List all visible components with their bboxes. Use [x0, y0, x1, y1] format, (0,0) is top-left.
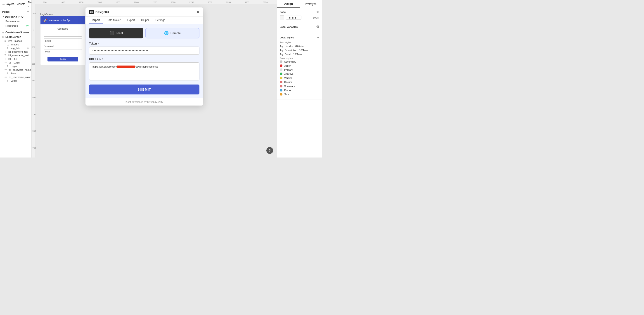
layer-createissue-label: CreateIssueScreen — [6, 31, 29, 34]
page-item-resources[interactable]: Resources </> — [0, 23, 32, 28]
text-styles-group: Text styles Ag Header · 28/Auto Ag Descr… — [280, 41, 319, 56]
local-source-button[interactable]: ⬛ Local — [89, 28, 143, 38]
remote-source-label: Remote — [170, 31, 181, 35]
page-visibility-button[interactable]: 👁 — [316, 10, 319, 13]
tab-design-label: Design — [284, 2, 293, 5]
summary-label: Summary — [284, 85, 295, 87]
pages-title: Pages — [2, 10, 10, 13]
page-color-swatch[interactable] — [280, 15, 284, 20]
layers-label: Layers — [6, 2, 14, 6]
page-item-presentation[interactable]: Presentation — [0, 19, 32, 23]
tab-helper-label: Helper — [141, 18, 149, 22]
layer-pass-label: Pass — [11, 72, 16, 75]
local-variables-settings-button[interactable]: ⚙ — [316, 25, 319, 29]
tab-import[interactable]: Import — [89, 17, 103, 24]
url-label: URL Link * — [89, 58, 200, 61]
layer-item-pass-text[interactable]: T Pass — [0, 72, 32, 75]
page-label-resources: Resources — [6, 24, 18, 27]
local-styles-section: Local styles + Text styles Ag Header · 2… — [277, 33, 322, 99]
top-toolbar: ☰ Layers Assets DesignKit ... ▾ — [0, 0, 32, 8]
ruler-left-1750: 1750 — [32, 147, 36, 149]
assets-tab[interactable]: Assets — [17, 2, 25, 6]
sick-label: Sick — [284, 93, 289, 96]
layer-lbl-password-label: lbl_password_text — [8, 50, 28, 53]
layer-list: ⊞ CreateIssueScreen ⊞ LoginScreen ≡ img_… — [0, 30, 32, 157]
check-icon: ✓ — [2, 15, 4, 18]
designkit-modal: DK DesignKit ✕ Import Data Maker Export … — [86, 7, 203, 105]
style-detail-label: Detail · 13/Auto — [285, 53, 302, 56]
layer-section-createissue[interactable]: ⊞ CreateIssueScreen — [0, 30, 32, 34]
primary-color-dot — [280, 68, 282, 71]
login-input[interactable] — [44, 32, 82, 37]
color-style-action: Action — [280, 64, 319, 67]
ruler-left-750: 750 — [32, 79, 35, 82]
tab-settings[interactable]: Settings — [153, 17, 168, 24]
local-styles-header: Local styles + — [280, 35, 319, 39]
modal-footer: 2024 developed by Mycondy, 2.0v — [86, 98, 203, 105]
tab-data-maker[interactable]: Data Maker — [104, 17, 123, 24]
color-style-secondary: Secondary — [280, 60, 319, 63]
text-icon-3: T — [4, 54, 7, 57]
tab-export[interactable]: Export — [124, 17, 138, 24]
page-section-title: Page — [280, 11, 286, 13]
layer-item-login-text[interactable]: T Login — [0, 64, 32, 68]
tab-design[interactable]: Design — [277, 0, 300, 8]
tab-data-maker-label: Data Maker — [106, 18, 120, 22]
help-button[interactable]: ? — [266, 147, 273, 154]
modal-body: ⬛ Local 🌐 Remote Token * URL Link * — [86, 24, 203, 98]
layer-item-lbl-username[interactable]: T lbl_username_text — [0, 53, 32, 57]
layer-section-loginscreen[interactable]: ⊞ LoginScreen — [0, 34, 32, 39]
layer-item-lbl-password[interactable]: T lbl_password_text — [0, 50, 32, 53]
page-label-presentation: Presentation — [6, 20, 20, 22]
doctor-color-dot — [280, 89, 282, 91]
token-field-group: Token * — [89, 42, 200, 55]
waiting-color-dot — [280, 77, 282, 79]
layer-lbl-username-label: lbl_username_text — [8, 54, 29, 57]
ruler-left-n250: -250 — [32, 12, 36, 15]
remote-source-button[interactable]: 🌐 Remote — [146, 28, 200, 38]
doctor-label: Doctor — [284, 89, 292, 91]
ruler-mark-1000: 1000 — [60, 1, 65, 3]
layers-tab[interactable]: ☰ Layers — [2, 2, 14, 6]
text-styles-title: Text styles — [280, 41, 319, 44]
canvas-content: LoginScreen 🚀 Welcome to the App UserNam… — [36, 4, 277, 157]
page-color-hex-input[interactable] — [286, 15, 302, 20]
layer-login-label: Login — [11, 65, 17, 67]
login-button[interactable]: Login — [48, 57, 78, 61]
right-sidebar: Design Prototype Page 👁 100% Local varia… — [277, 0, 322, 157]
pass-field-display: Pass — [44, 49, 82, 54]
add-style-button[interactable]: + — [317, 35, 319, 39]
page-item-designkit[interactable]: ✓ DesignKit PRO — [0, 14, 32, 19]
layer-item-img-link[interactable]: T img_link 👁 — [0, 46, 32, 50]
layer-item-lbl-title[interactable]: T lbl_Title — [0, 57, 32, 61]
layer-item-txt-password[interactable]: ≡≡ txt_password_name — [0, 68, 32, 72]
visibility-icon: 👁 — [27, 47, 29, 49]
color-style-summary: Summary — [280, 85, 319, 87]
tab-helper[interactable]: Helper — [138, 17, 152, 24]
login-frame-label: LoginScreen — [40, 13, 86, 15]
add-page-button[interactable]: + — [27, 10, 29, 13]
ruler-left-250: 250 — [32, 46, 35, 48]
layer-img-image1-label: img_Image1 — [8, 39, 22, 42]
tab-prototype[interactable]: Prototype — [300, 0, 322, 8]
submit-button[interactable]: SUBMIT — [89, 84, 200, 94]
ruler-mark-2750: 2750 — [189, 1, 194, 3]
color-style-sick: Sick — [280, 93, 319, 96]
layer-item-txt-username[interactable]: ≡≡ txt_username_value — [0, 75, 32, 79]
style-item-description: Ag Description · 18/Auto — [280, 49, 319, 51]
color-style-primary: Primary — [280, 68, 319, 71]
layer-item-image1[interactable]: ⬚ Image1 — [0, 43, 32, 46]
style-description-label: Description · 18/Auto — [285, 49, 308, 51]
modal-close-button[interactable]: ✕ — [196, 10, 200, 14]
layer-item-login-text2[interactable]: T Login — [0, 79, 32, 82]
approve-color-dot — [280, 72, 282, 75]
waiting-label: Waiting — [284, 77, 292, 79]
token-input[interactable] — [89, 46, 200, 55]
layer-txt-username-label: txt_username_value — [9, 76, 31, 78]
local-variables-section: Local variables ⚙ — [277, 22, 322, 33]
layer-item-img-image1[interactable]: ≡ img_Image1 — [0, 39, 32, 43]
login-frame: LoginScreen 🚀 Welcome to the App UserNam… — [40, 13, 86, 65]
style-item-header: Ag Header · 28/Auto — [280, 45, 319, 47]
remote-icon: 🌐 — [164, 31, 169, 35]
layer-item-btn-login[interactable]: ≡≡ btn_Login — [0, 61, 32, 64]
